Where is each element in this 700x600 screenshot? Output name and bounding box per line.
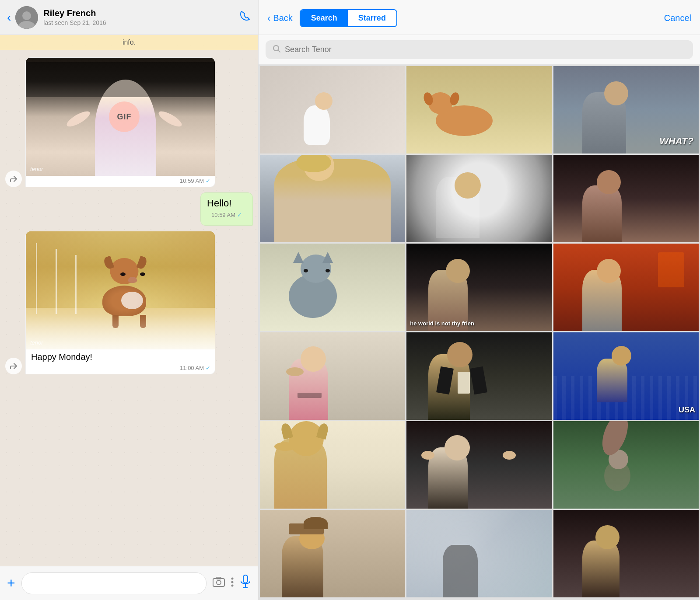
- message-time-1: 10:59 AM ✓: [26, 176, 215, 187]
- svg-rect-3: [213, 579, 224, 586]
- back-label: Back: [273, 13, 292, 23]
- svg-point-4: [217, 580, 221, 585]
- chat-panel: ‹ Riley French last seen Sep 21, 2016 in…: [0, 0, 258, 600]
- gif-cell-18[interactable]: [553, 510, 699, 597]
- gif-what-text: WHAT?: [659, 136, 693, 147]
- back-button-chat[interactable]: ‹: [7, 10, 11, 24]
- message-bubble-1: GIF tenor 10:59 AM ✓: [25, 57, 215, 187]
- gif-cell-6[interactable]: [553, 155, 699, 242]
- gif-cell-10[interactable]: [260, 332, 405, 420]
- cancel-button[interactable]: Cancel: [664, 13, 691, 23]
- svg-point-7: [231, 581, 234, 583]
- gif-cell-1[interactable]: [260, 66, 405, 153]
- gif-picker-panel: ‹ Back Search Starred Cancel: [258, 0, 700, 600]
- info-bar[interactable]: info.: [0, 35, 258, 50]
- camera-icon[interactable]: [213, 576, 225, 590]
- gif-cell-2[interactable]: [406, 66, 552, 153]
- forward-button-1[interactable]: [5, 171, 22, 187]
- message-gif-2: tenor Happy Monday! 11:00 AM ✓: [5, 231, 215, 374]
- search-icon: [273, 45, 280, 55]
- message-gif-1: GIF tenor 10:59 AM ✓: [5, 57, 215, 187]
- message-input[interactable]: [21, 572, 206, 594]
- phone-icon[interactable]: [239, 10, 251, 25]
- search-bar: [259, 35, 700, 65]
- message-bubble-hello: Hello! 10:59 AM ✓: [200, 192, 253, 226]
- forward-button-2[interactable]: [5, 358, 22, 374]
- message-bubble-2: tenor Happy Monday! 11:00 AM ✓: [25, 231, 215, 374]
- contact-name: Riley French: [43, 8, 239, 18]
- tab-search[interactable]: Search: [301, 10, 348, 26]
- back-chevron-icon: ‹: [267, 13, 270, 24]
- gif-cell-11[interactable]: [406, 332, 552, 420]
- search-input-wrapper: [266, 40, 693, 59]
- gif-grid: WHAT?: [259, 65, 700, 600]
- svg-point-8: [231, 585, 234, 587]
- gif-picker-header: ‹ Back Search Starred Cancel: [259, 0, 700, 35]
- tab-starred[interactable]: Starred: [348, 10, 396, 26]
- svg-line-13: [278, 50, 280, 52]
- gif-cell-3[interactable]: WHAT?: [553, 66, 699, 153]
- gif-cell-16[interactable]: [260, 510, 405, 597]
- chat-toolbar: +: [0, 566, 258, 600]
- contact-status: last seen Sep 21, 2016: [43, 19, 239, 26]
- gif-caption-8: he world is not thy frien: [410, 320, 548, 327]
- gif-attribution-1: tenor: [30, 166, 43, 172]
- microphone-icon[interactable]: [240, 575, 251, 592]
- gif-cell-17[interactable]: [406, 510, 552, 597]
- gif-caption-usa: USA: [679, 405, 695, 415]
- gif-image-1[interactable]: GIF tenor: [26, 58, 215, 176]
- gif-cell-8[interactable]: he world is not thy frien: [406, 244, 552, 331]
- message-hello: Hello! 10:59 AM ✓: [200, 192, 253, 226]
- gif-image-2[interactable]: tenor: [26, 231, 215, 349]
- back-button-gif[interactable]: ‹ Back: [267, 13, 293, 24]
- gif-cell-4[interactable]: [260, 155, 405, 242]
- contact-avatar: [15, 6, 38, 29]
- gif-cell-7[interactable]: [260, 244, 405, 331]
- svg-point-1: [22, 11, 31, 20]
- svg-point-6: [231, 578, 234, 580]
- chat-header: ‹ Riley French last seen Sep 21, 2016: [0, 0, 258, 35]
- more-options-icon[interactable]: [231, 577, 234, 590]
- contact-info: Riley French last seen Sep 21, 2016: [43, 8, 239, 26]
- gif-cell-13[interactable]: [260, 421, 405, 509]
- add-button[interactable]: +: [7, 575, 15, 591]
- tab-group: Search Starred: [300, 9, 397, 27]
- search-input[interactable]: [285, 45, 686, 54]
- gif-play-button[interactable]: GIF: [109, 101, 140, 132]
- messages-area[interactable]: GIF tenor 10:59 AM ✓ Hello! 10:59 AM ✓: [0, 50, 258, 566]
- gif-cell-15[interactable]: [553, 421, 699, 509]
- svg-point-12: [273, 45, 279, 51]
- gif-cell-9[interactable]: [553, 244, 699, 331]
- message-time-3: 11:00 AM ✓: [26, 363, 215, 374]
- message-text-2: Happy Monday!: [26, 349, 215, 363]
- message-time-2: 10:59 AM ✓: [207, 210, 246, 221]
- gif-cell-5[interactable]: [406, 155, 552, 242]
- svg-rect-9: [243, 575, 248, 583]
- gif-cell-12[interactable]: USA: [553, 332, 699, 420]
- gif-cell-14[interactable]: [406, 421, 552, 509]
- gif-attribution-2: tenor: [30, 339, 43, 346]
